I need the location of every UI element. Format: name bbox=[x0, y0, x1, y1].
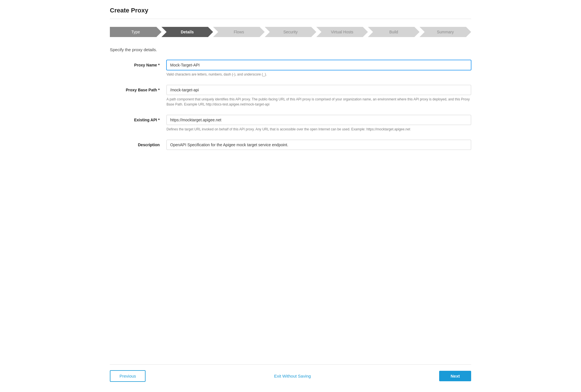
description-field-wrap bbox=[166, 140, 471, 150]
previous-button[interactable]: Previous bbox=[110, 370, 146, 382]
existing-api-field-wrap: Defines the target URL invoked on behalf… bbox=[166, 115, 471, 132]
existing-api-hint: Defines the target URL invoked on behalf… bbox=[166, 127, 471, 132]
step-flows[interactable]: Flows bbox=[213, 27, 265, 37]
footer: Previous Exit Without Saving Next bbox=[110, 364, 471, 385]
title-divider bbox=[110, 19, 471, 19]
proxy-name-field-wrap: Valid characters are letters, numbers, d… bbox=[166, 60, 471, 77]
proxy-name-row: Proxy Name * Valid characters are letter… bbox=[110, 60, 471, 77]
step-build[interactable]: Build bbox=[368, 27, 419, 37]
proxy-base-path-field-wrap: A path component that uniquely identifie… bbox=[166, 85, 471, 107]
proxy-base-path-hint: A path component that uniquely identifie… bbox=[166, 97, 471, 107]
form-subtitle: Specify the proxy details. bbox=[110, 47, 471, 52]
existing-api-row: Existing API * Defines the target URL in… bbox=[110, 115, 471, 132]
description-input[interactable] bbox=[166, 140, 471, 150]
existing-api-input[interactable] bbox=[166, 115, 471, 125]
page-title: Create Proxy bbox=[110, 7, 471, 14]
next-button[interactable]: Next bbox=[439, 371, 471, 381]
step-details[interactable]: Details bbox=[161, 27, 213, 37]
existing-api-label: Existing API * bbox=[110, 115, 166, 122]
proxy-name-hint: Valid characters are letters, numbers, d… bbox=[166, 72, 471, 77]
proxy-name-input[interactable] bbox=[166, 60, 471, 70]
step-virtual-hosts[interactable]: Virtual Hosts bbox=[316, 27, 368, 37]
description-row: Description bbox=[110, 140, 471, 150]
proxy-base-path-input[interactable] bbox=[166, 85, 471, 95]
form-area: Specify the proxy details. Proxy Name * … bbox=[110, 47, 471, 364]
exit-without-saving-button[interactable]: Exit Without Saving bbox=[274, 374, 311, 378]
step-security[interactable]: Security bbox=[265, 27, 316, 37]
stepper: Type Details Flows Security Virtual Host… bbox=[110, 27, 471, 37]
proxy-base-path-label: Proxy Base Path * bbox=[110, 85, 166, 92]
proxy-name-label: Proxy Name * bbox=[110, 60, 166, 67]
description-label: Description bbox=[110, 140, 166, 147]
step-summary[interactable]: Summary bbox=[420, 27, 471, 37]
proxy-base-path-row: Proxy Base Path * A path component that … bbox=[110, 85, 471, 107]
step-type[interactable]: Type bbox=[110, 27, 161, 37]
